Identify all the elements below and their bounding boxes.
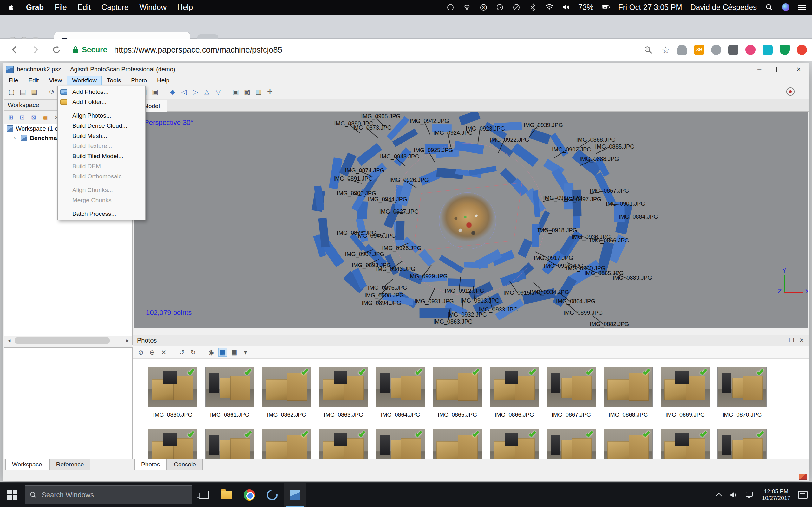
ps-menu-photo[interactable]: Photo (126, 76, 152, 85)
thumbnail-image[interactable] (319, 367, 368, 407)
menu-item-build-dense-cloud[interactable]: Build Dense Cloud... (58, 121, 145, 131)
pane-tab-console[interactable]: Console (167, 459, 203, 470)
nav-down-icon[interactable]: ▽ (213, 87, 223, 97)
maximize-button[interactable] (769, 63, 789, 75)
thumbnail-image[interactable] (490, 429, 539, 459)
photo-thumb[interactable] (201, 429, 258, 459)
photo-thumb[interactable] (315, 429, 372, 459)
extension-red-icon[interactable] (797, 45, 807, 55)
camera-label[interactable]: IMG_0888.JPG (579, 156, 619, 163)
notification-center-icon[interactable] (798, 3, 806, 11)
photo-thumb[interactable] (600, 429, 657, 459)
view-pair-icon[interactable]: ▣ (150, 87, 160, 97)
ps-menu-workflow[interactable]: Workflow (67, 76, 102, 85)
photo-thumb-img-0865-jpg[interactable]: IMG_0865.JPG (429, 367, 486, 418)
menu-item-add-folder[interactable]: Add Folder... (58, 97, 145, 107)
photo-thumb-img-0870-jpg[interactable]: IMG_0870.JPG (714, 367, 770, 418)
camera-label[interactable]: IMG_0932.JPG (448, 312, 487, 318)
add-chunk-icon[interactable]: ⊞ (7, 113, 15, 121)
open-icon[interactable]: ▤ (18, 87, 28, 97)
extension-teal-icon[interactable] (763, 45, 773, 55)
zoom-icon[interactable] (642, 43, 654, 56)
rotate-left-icon[interactable]: ↺ (177, 348, 186, 357)
thumbnail-image[interactable] (661, 429, 710, 459)
photo-thumb[interactable] (258, 429, 315, 459)
undo-icon[interactable]: ↺ (47, 87, 56, 97)
camera-label[interactable]: IMG_0934.JPG (530, 289, 569, 296)
thumbnail-image[interactable] (148, 367, 197, 407)
nav-up-icon[interactable]: △ (202, 87, 212, 97)
menu-item-build-tiled-model[interactable]: Build Tiled Model... (58, 151, 145, 161)
nav-right-icon[interactable]: ▷ (191, 87, 200, 97)
camera-label[interactable]: IMG_0884.JPG (619, 214, 658, 220)
tray-expand-icon[interactable] (716, 493, 722, 499)
fast-user-switch[interactable]: David de Céspedes (691, 3, 757, 12)
add-photos-icon[interactable]: ⊡ (18, 113, 26, 121)
camera-label[interactable]: IMG_0925.JPG (414, 147, 453, 154)
camera-label[interactable]: IMG_0899.JPG (563, 309, 603, 316)
camera-label[interactable]: IMG_0922.JPG (490, 136, 529, 143)
camera-label[interactable]: IMG_0913.JPG (460, 297, 500, 304)
thumbnail-image[interactable] (376, 367, 425, 407)
float-pane-icon[interactable]: ❐ (789, 337, 794, 344)
scrollbar-thumb[interactable] (14, 337, 110, 344)
thumbnail-image[interactable] (148, 429, 197, 459)
photo-view-icon[interactable]: ▣ (231, 87, 241, 97)
nav-left-icon[interactable]: ◁ (179, 87, 189, 97)
pane-tab-photos[interactable]: Photos (135, 459, 166, 470)
import-icon[interactable]: ▦ (41, 113, 49, 121)
camera-label[interactable]: IMG_0863.JPG (433, 319, 473, 325)
mac-menu-window[interactable]: Window (139, 3, 166, 12)
thumbnail-image[interactable] (205, 429, 254, 459)
start-button[interactable] (0, 483, 24, 507)
camera-label[interactable]: IMG_0897.JPG (562, 196, 601, 203)
camera-label[interactable]: IMG_0873.JPG (352, 124, 392, 131)
thumbnail-image[interactable] (604, 367, 653, 407)
photo-thumb-img-0861-jpg[interactable]: IMG_0861.JPG (201, 367, 258, 418)
chrome-icon[interactable] (238, 483, 261, 507)
save-icon[interactable]: ▦ (30, 87, 39, 97)
disable-photo-icon[interactable]: ⊘ (136, 348, 145, 357)
siri-icon[interactable] (781, 3, 790, 11)
remove-photo-icon[interactable]: ⊖ (148, 348, 157, 357)
extension-badge-icon[interactable]: 39 (694, 45, 704, 55)
camera-label[interactable]: IMG_0901.JPG (606, 201, 645, 207)
thumbnail-image[interactable] (376, 429, 425, 459)
volume-icon[interactable] (562, 3, 570, 11)
camera-label[interactable]: IMG_0868.JPG (576, 136, 616, 143)
photo-thumb[interactable] (429, 429, 486, 459)
photos-pane-header[interactable]: Photos ❐ ✕ (133, 335, 809, 346)
s-status-icon[interactable]: S (479, 3, 488, 11)
photo-thumb[interactable] (372, 429, 429, 459)
nav-diamond-icon[interactable]: ◆ (168, 87, 177, 97)
camera-label[interactable]: IMG_0945.JPG (357, 233, 396, 239)
rotate-right-icon[interactable]: ↻ (189, 348, 198, 357)
signal-icon[interactable] (463, 3, 471, 11)
thumbnail-image[interactable] (717, 367, 767, 407)
camera-label[interactable]: IMG_0907.JPG (345, 251, 384, 258)
thumbnail-image[interactable] (262, 429, 311, 459)
mac-menu-file[interactable]: File (55, 3, 67, 12)
mac-menu-edit[interactable]: Edit (78, 3, 91, 12)
photo-thumb[interactable] (486, 429, 543, 459)
photo-thumb-img-0863-jpg[interactable]: IMG_0863.JPG (315, 367, 372, 418)
horizontal-scrollbar[interactable]: ◂ ▸ (4, 336, 132, 345)
detail-view-icon[interactable]: ▤ (230, 348, 239, 357)
pane-tab-reference[interactable]: Reference (49, 459, 91, 470)
camera-label[interactable]: IMG_0891.JPG (334, 176, 373, 182)
camera-label[interactable]: IMG_0885.JPG (595, 144, 635, 150)
menu-item-align-photos[interactable]: Align Photos... (58, 111, 145, 121)
camera-label[interactable]: IMG_0917.JPG (534, 255, 573, 262)
scroll-left-arrow[interactable]: ◂ (4, 336, 14, 345)
scroll-right-arrow[interactable]: ▸ (123, 336, 132, 345)
camera-label[interactable]: IMG_0946.JPG (376, 266, 415, 273)
reload-button[interactable] (50, 43, 63, 56)
photo-thumb-img-0860-jpg[interactable]: IMG_0860.JPG (144, 367, 201, 418)
ps-menu-edit[interactable]: Edit (23, 76, 44, 85)
spotlight-search-icon[interactable] (765, 3, 773, 11)
security-label[interactable]: Secure (82, 45, 107, 54)
apple-logo-icon[interactable] (7, 3, 15, 11)
camera-label[interactable]: IMG_0926.JPG (390, 177, 429, 183)
camera-label[interactable]: IMG_0929.JPG (408, 273, 448, 280)
new-document-icon[interactable]: ▢ (7, 87, 16, 97)
